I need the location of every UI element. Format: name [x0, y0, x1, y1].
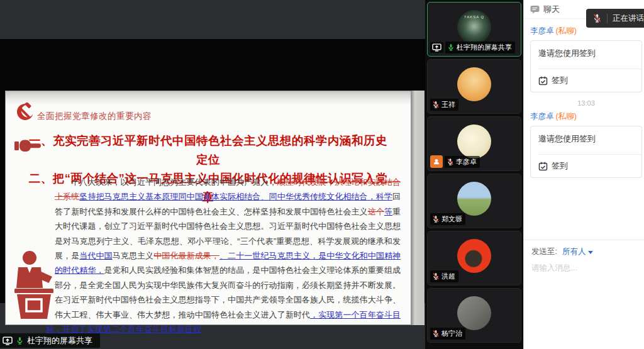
- chat-message: 李彦卓(私聊) 邀请您使用签到 签到: [530, 111, 642, 178]
- signin-action-button[interactable]: 签到: [531, 69, 641, 92]
- paragraph-segment-deleted: 这个: [368, 207, 384, 216]
- chevron-down-icon: [588, 251, 593, 254]
- send-to-selector[interactable]: 所有人: [562, 247, 594, 257]
- avatar-art-text: 7AKSA Q: [457, 15, 491, 19]
- slide-title: 全面把握党章修改的重要内容: [37, 111, 152, 122]
- presentation-slide: 全面把握党章修改的重要内容 一、充实完善习近平新时代中国特色社会主义思想的科学内…: [5, 91, 411, 325]
- tile-name-badge: 李彦卓: [445, 156, 480, 168]
- paragraph-segment-inserted: 坚持把马克思主义基本原理同中国具体实际相结合、同中华优秀传统文化相结合，科学: [79, 192, 392, 201]
- avatar: [457, 239, 491, 273]
- signin-action-label: 签到: [552, 75, 568, 86]
- mic-muted-icon: [432, 272, 440, 280]
- party-emblem-icon: [14, 102, 35, 125]
- paragraph-segment: 马克思主义: [113, 251, 154, 260]
- participant-name: 杜宇翔的屏幕共享: [457, 43, 512, 52]
- tile-name-badge: 杜宇翔的屏幕共享: [445, 42, 515, 53]
- slide-heading-1: 一、充实完善习近平新时代中国特色社会主义思想的科学内涵和历史定位: [23, 131, 393, 169]
- tile-name-badge: 洪超: [430, 270, 458, 282]
- signin-action-button[interactable]: 签到: [531, 155, 641, 177]
- screen-share-stage: 全面把握党章修改的重要内容 一、充实完善习近平新时代中国特色社会主义思想的科学内…: [0, 0, 425, 349]
- avatar: [457, 182, 491, 216]
- calendar-check-icon: [538, 76, 548, 86]
- avatar: 7AKSA Q: [457, 10, 491, 44]
- participant-name: 洪超: [441, 272, 455, 281]
- mic-muted-icon: [432, 101, 440, 109]
- chat-sender-name: 李彦卓: [530, 112, 554, 121]
- chat-compose-area: 发送至: 所有人: [524, 240, 644, 349]
- participant-strip: 7AKSA Q 杜宇翔的屏幕: [425, 0, 523, 349]
- meeting-window: 全面把握党章修改的重要内容 一、充实完善习近平新时代中国特色社会主义思想的科学内…: [0, 0, 644, 349]
- participant-tile[interactable]: 王祥: [427, 59, 521, 114]
- signin-action-label: 签到: [552, 160, 568, 172]
- participant-tile[interactable]: 杨宁治: [427, 288, 521, 343]
- signin-invite-text: 邀请您使用签到: [531, 41, 641, 69]
- screen-share-icon: [3, 336, 13, 345]
- mic-muted-icon: [447, 158, 454, 166]
- mic-on-icon: [16, 336, 24, 345]
- chat-message-list[interactable]: 李彦卓(私聊) 邀请您使用签到 签到: [524, 19, 644, 240]
- presentation-gutter: [411, 91, 425, 325]
- participant-tile-host[interactable]: 李彦卓: [427, 116, 521, 171]
- mic-muted-icon: [592, 13, 602, 23]
- paragraph-segment-inserted: 当代中国: [79, 251, 112, 260]
- speaking-indicator-text: 正在讲话:: [613, 13, 644, 24]
- signin-invite-card: 邀请您使用签到 签到: [530, 126, 642, 178]
- private-chat-tag: (私聊): [556, 112, 577, 121]
- chat-panel: 聊天 李彦卓(私聊) 邀请您使用签到: [523, 0, 644, 349]
- chat-bubble-icon: [530, 5, 540, 14]
- participant-tile-sharing[interactable]: 7AKSA Q 杜宇翔的屏幕: [427, 2, 521, 57]
- participant-name: 李彦卓: [456, 157, 477, 167]
- avatar: [457, 67, 491, 101]
- chat-message: 李彦卓(私聊) 邀请您使用签到 签到: [530, 26, 642, 92]
- chat-panel-title: 聊天: [543, 4, 560, 15]
- slide-paragraph: 十八大以来，以习近平同志为主要代表的中国共产党人，顺应时代发展，从理论和实践结合…: [13, 175, 401, 336]
- paragraph-segment-deleted: 中国化最新成果，: [153, 251, 219, 260]
- speaking-indicator-toast: 正在讲话:: [586, 9, 644, 28]
- tile-share-indicator: [430, 42, 443, 53]
- avatar: [457, 296, 491, 330]
- mic-muted-icon: [432, 330, 440, 338]
- tile-name-badge: 杨宁治: [430, 328, 465, 340]
- participant-name: 王祥: [441, 100, 455, 109]
- chat-timestamp: 13:03: [530, 99, 642, 107]
- shared-screen: 全面把握党章修改的重要内容 一、充实完善习近平新时代中国特色社会主义思想的科学内…: [0, 39, 425, 303]
- screen-share-banner: 杜宇翔的屏幕共享: [0, 333, 100, 348]
- avatar: [457, 125, 491, 158]
- screen-share-icon: [432, 43, 441, 52]
- signin-invite-card: 邀请您使用签到 签到: [530, 40, 642, 92]
- participant-name: 杨宁治: [441, 329, 462, 338]
- send-to-value: 所有人: [562, 247, 586, 257]
- private-chat-tag: (私聊): [556, 26, 577, 35]
- mic-muted-icon: [432, 215, 440, 223]
- paragraph-segment: 十八大以来，以习近平同志为主要代表的中国共产党人，: [71, 177, 277, 187]
- toast-divider: [607, 14, 608, 23]
- participant-name: 郑文塬: [441, 214, 462, 224]
- speaker-podium-icon: [13, 250, 55, 320]
- screen-share-banner-label: 杜宇翔的屏幕共享: [27, 335, 92, 346]
- participant-tile[interactable]: 洪超: [427, 231, 521, 285]
- tile-name-badge: 王祥: [430, 99, 458, 111]
- send-to-label: 发送至:: [531, 247, 557, 257]
- signin-invite-text: 邀请您使用签到: [531, 126, 641, 154]
- host-badge-icon: [430, 155, 443, 168]
- message-input[interactable]: [531, 263, 636, 332]
- tile-name-badge: 郑文塬: [430, 213, 465, 225]
- chat-message-header: 李彦卓(私聊): [530, 111, 642, 122]
- mic-on-icon: [447, 43, 455, 52]
- calendar-check-icon: [538, 162, 548, 171]
- paragraph-segment: 。: [201, 324, 209, 334]
- participant-tile[interactable]: 郑文塬: [427, 174, 521, 228]
- paragraph-segment-inserted: 等: [384, 207, 392, 216]
- chat-sender-name: 李彦卓: [530, 26, 554, 35]
